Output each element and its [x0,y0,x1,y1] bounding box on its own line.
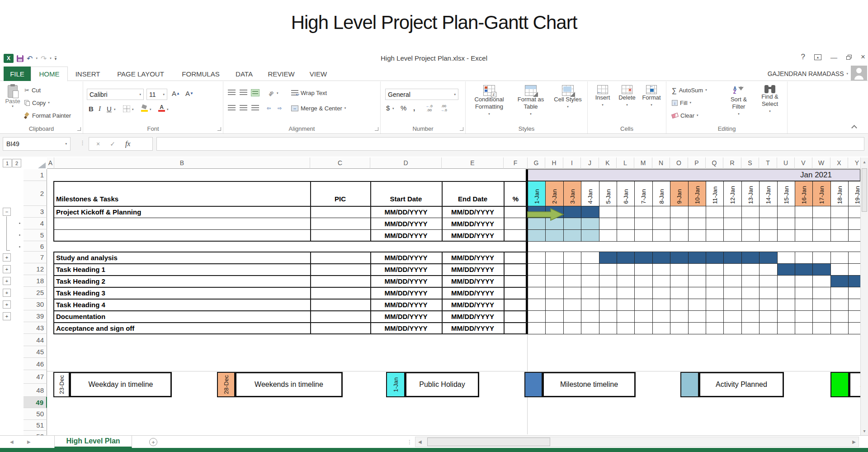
end-date-cell[interactable]: MM/DD/YYYY [442,275,504,287]
ribbon-tab-page-layout[interactable]: PAGE LAYOUT [108,67,174,81]
timeline-cell[interactable] [545,252,564,264]
ribbon-tab-insert[interactable]: INSERT [68,67,108,81]
row-header-6[interactable]: 6 [24,241,47,252]
timeline-cell[interactable] [830,275,849,287]
timeline-cell[interactable] [812,206,831,218]
timeline-cell[interactable] [581,206,599,218]
timeline-cell[interactable] [795,218,813,230]
column-header-V[interactable]: V [795,157,812,169]
row-header-48[interactable]: 48 [24,384,47,397]
accounting-format-icon[interactable]: $ [386,104,390,112]
formula-bar-splitter[interactable]: ⋮ [80,139,85,146]
vertical-scroll-thumb[interactable] [862,168,867,212]
start-date-cell[interactable]: MM/DD/YYYY [370,310,442,322]
ribbon-tab-home[interactable]: HOME [31,67,68,81]
timeline-cell[interactable] [670,263,689,276]
timeline-cell[interactable] [634,263,653,276]
cancel-icon[interactable]: × [96,140,100,147]
fill-color-dropdown-icon[interactable]: ▾ [150,108,151,111]
outline-expand-button[interactable]: + [3,312,11,320]
font-color-dropdown-icon[interactable]: ▾ [167,108,169,111]
timeline-cell[interactable] [795,229,813,242]
column-header-O[interactable]: O [670,157,688,169]
next-sheet-icon[interactable]: ▶ [27,439,31,444]
task-name-cell[interactable]: Study and analysis [56,252,307,263]
end-date-cell[interactable]: MM/DD/YYYY [442,252,504,263]
row-header-47[interactable]: 47 [24,370,47,384]
timeline-cell[interactable] [545,287,564,299]
timeline-cell[interactable] [777,310,795,323]
ribbon-tab-data[interactable]: DATA [228,67,260,81]
timeline-cell[interactable] [617,263,635,276]
timeline-cell[interactable] [670,206,689,218]
timeline-cell[interactable] [634,229,653,242]
end-date-cell[interactable]: MM/DD/YYYY [442,263,504,275]
timeline-cell[interactable] [652,206,670,218]
timeline-cell[interactable] [688,322,706,334]
legend-swatch[interactable] [524,372,542,397]
account-area[interactable]: GAJENDRAN RAMADASS ▾ [768,67,848,81]
timeline-cell[interactable] [528,287,546,299]
timeline-cell[interactable] [581,322,599,334]
select-all-icon[interactable] [38,162,46,168]
end-date-cell[interactable]: MM/DD/YYYY [442,206,504,218]
row-header-39[interactable]: 39 [24,310,47,322]
timeline-cell[interactable] [706,287,724,299]
scroll-down-icon[interactable]: ▾ [861,428,868,433]
start-date-cell[interactable]: MM/DD/YYYY [370,287,442,299]
timeline-cell[interactable] [563,287,581,299]
timeline-cell[interactable] [795,263,813,276]
scroll-up-icon[interactable]: ▴ [861,159,868,164]
timeline-cell[interactable] [617,218,635,230]
timeline-cell[interactable] [563,229,581,242]
cell-styles-button[interactable]: Cell Styles▾ [552,85,584,110]
row-header-46[interactable]: 46 [24,358,47,370]
legend-label[interactable]: Milestone timeline [542,372,636,397]
row-header-49[interactable]: 49 [24,397,47,408]
date-header-cell[interactable]: 18-Jan [830,181,849,206]
timeline-cell[interactable] [652,218,670,230]
dialog-launcher-icon[interactable] [460,127,463,131]
autosum-button[interactable]: ∑ AutoSum ▾ [672,85,707,95]
timeline-cell[interactable] [759,263,778,276]
format-as-table-button[interactable]: Format as Table▾ [512,85,550,118]
scroll-right-icon[interactable]: ▶ [852,439,856,444]
row-header-12[interactable]: 12 [24,263,47,275]
conditional-formatting-button[interactable]: ≠ Conditional Formatting▾ [468,85,510,118]
increase-indent-icon[interactable]: ⇨ [278,103,282,113]
timeline-cell[interactable] [688,299,706,311]
timeline-cell[interactable] [670,229,689,242]
timeline-cell[interactable] [581,218,599,230]
timeline-cell[interactable] [528,299,546,311]
bold-button[interactable]: B [89,105,94,113]
decrease-decimal-icon[interactable]: .00→.0 [440,104,447,112]
timeline-cell[interactable] [688,287,706,299]
timeline-cell[interactable] [795,252,813,264]
date-header-cell[interactable]: 6-Jan [617,181,635,206]
sheet-tab-active[interactable]: High Level Plan [54,436,132,448]
column-header-U[interactable]: U [777,157,795,169]
name-box-dropdown-icon[interactable]: ▾ [65,142,67,146]
column-header-L[interactable]: L [617,157,634,169]
row-header-3[interactable]: 3 [24,206,47,218]
task-name-cell[interactable] [56,218,307,229]
timeline-cell[interactable] [634,275,653,287]
timeline-cell[interactable] [563,263,581,276]
timeline-cell[interactable] [599,263,617,276]
timeline-cell[interactable] [830,287,849,299]
timeline-cell[interactable] [741,275,760,287]
row-header-44[interactable]: 44 [24,334,47,346]
timeline-cell[interactable] [688,263,706,276]
timeline-cell[interactable] [652,322,670,334]
timeline-cell[interactable] [706,206,724,218]
horizontal-scroll-thumb[interactable] [427,438,550,446]
tab-scroll-splitter[interactable]: ⋮ [407,439,412,445]
timeline-cell[interactable] [688,206,706,218]
underline-button[interactable]: U [107,105,112,113]
outline-expand-button[interactable]: + [3,265,11,273]
timeline-cell[interactable] [599,229,617,242]
timeline-cell[interactable] [652,263,670,276]
timeline-cell[interactable] [581,229,599,242]
end-date-cell[interactable]: MM/DD/YYYY [442,310,504,322]
legend-swatch[interactable]: 28-Dec [217,372,235,397]
